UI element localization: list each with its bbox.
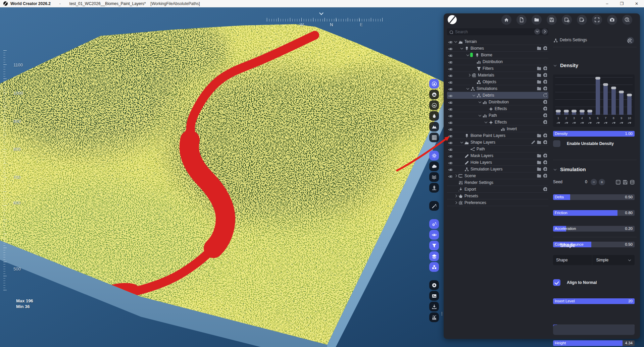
eye-icon[interactable] [627,120,632,123]
toolbar-drag-handle[interactable]: ••• [441,312,442,316]
eye-icon[interactable] [448,160,453,165]
tree-row-materials[interactable]: Materials [447,72,548,79]
unstable-density-checkbox[interactable] [553,140,560,147]
eye-icon[interactable] [448,106,453,111]
add-icon[interactable] [543,187,547,191]
add-icon[interactable] [543,160,547,164]
tree-row-shape-layers[interactable]: Shape Layers [447,139,548,146]
tree-row-effects[interactable]: Effects [447,105,548,112]
add-icon[interactable] [543,106,547,110]
eye-icon[interactable] [564,120,569,123]
erosion-drop-button[interactable] [429,111,439,121]
eye-icon[interactable] [448,133,453,138]
gears-settings-button[interactable] [429,219,439,229]
height-slider[interactable]: Height 4.34 [553,340,635,346]
add-icon[interactable] [543,140,547,144]
objects-cubes-button[interactable] [429,262,439,272]
magic-wand-button[interactable] [429,201,439,211]
chevron-right-icon[interactable] [454,194,458,198]
tree-row-render-settings[interactable]: Render Settings [447,179,548,186]
eye-icon[interactable] [619,120,624,123]
tree-row-debris-distribution[interactable]: Distribution [447,99,548,105]
tree-row-presets[interactable]: Presets [447,193,548,199]
chevron-down-icon[interactable] [466,53,470,57]
folder-icon[interactable] [537,173,541,178]
add-icon[interactable] [543,72,547,77]
terrain-view-button[interactable] [429,79,439,89]
tree-row-debris[interactable]: Debris [447,92,548,99]
eye-icon[interactable] [448,73,453,78]
folder-icon[interactable] [537,66,541,70]
seed-plus-button[interactable]: + [599,179,605,185]
eye-icon[interactable] [448,66,453,71]
folder-icon[interactable] [537,86,541,90]
tree-row-shape-path[interactable]: Path [447,146,548,152]
chevron-down-icon[interactable] [454,40,458,44]
dice-random-icon[interactable] [615,180,621,185]
eye-icon[interactable] [448,53,453,57]
tree-row-simulation-layers[interactable]: Simulation Layers [447,166,548,172]
add-icon[interactable] [543,153,547,157]
save-button[interactable] [547,15,557,25]
chevron-right-icon[interactable] [467,73,472,77]
eye-icon[interactable] [448,113,453,118]
new-file-button[interactable] [516,15,527,25]
home-button[interactable] [501,15,511,25]
histogram-slider[interactable] [572,77,577,115]
add-icon[interactable] [543,99,547,104]
visibility-eye-button[interactable] [429,230,439,240]
folder-icon[interactable] [537,133,541,137]
save-add-button[interactable] [562,15,572,25]
tree-row-terrain[interactable]: Terrain [447,38,548,45]
chevron-down-icon[interactable] [478,100,482,104]
simulation-section-header[interactable]: Simulation [553,166,586,172]
histogram-slider[interactable] [595,77,600,115]
grid-view-button[interactable] [429,133,439,142]
density-section-header[interactable]: Density [553,62,578,68]
compass-bar[interactable]: W N E [267,12,383,28]
eye-icon[interactable] [448,120,453,125]
tree-row-biomes[interactable]: Biomes [447,45,548,52]
tree-row-scene[interactable]: Scene [447,172,548,179]
seed-value[interactable]: 0 [577,180,587,184]
water-waves-button[interactable] [429,172,439,182]
stack-icon[interactable] [630,180,635,185]
eye-icon[interactable] [595,120,600,123]
tree-row-hole-layers[interactable]: Hole Layers [447,159,548,166]
eye-icon[interactable] [448,100,453,104]
eye-icon[interactable] [448,153,453,158]
camera-button[interactable] [607,15,617,25]
seed-minus-button[interactable]: − [591,179,597,185]
eye-icon[interactable] [448,59,453,64]
tree-row-distribution[interactable]: Distribution [447,58,548,65]
chevron-down-icon[interactable] [478,113,482,117]
chevron-down-icon[interactable] [466,87,470,91]
add-icon[interactable] [543,79,547,84]
add-icon[interactable] [543,166,547,171]
close-button[interactable]: ✕ [629,0,644,7]
histogram-slider[interactable] [603,77,608,115]
image-capture-button[interactable] [429,291,439,301]
mountain-view-button[interactable] [429,90,439,99]
shape-dropdown[interactable]: Shape Simple [553,255,635,265]
eye-icon[interactable] [580,120,585,123]
folder-icon[interactable] [537,153,541,157]
save-edit-button[interactable] [577,15,587,25]
pencil-icon[interactable] [531,140,535,144]
tree-row-path[interactable]: Path [447,112,548,119]
add-icon[interactable] [543,46,547,50]
add-icon[interactable] [543,119,547,124]
power-toggle-button[interactable] [627,37,634,44]
tree-row-mask-layers[interactable]: Mask Layers [447,152,548,159]
eye-icon[interactable] [448,174,453,178]
folder-icon[interactable] [537,160,541,164]
add-icon[interactable] [543,66,547,70]
minimize-button[interactable]: – [600,0,614,7]
mountain-tool-button[interactable] [429,122,439,132]
port-dock-button[interactable] [429,183,439,193]
shape-section-header[interactable]: Shape [553,242,575,248]
tree-row-biome[interactable]: Biome [447,52,548,58]
eye-icon[interactable] [448,167,453,171]
tree-row-effects2[interactable]: Effects [447,119,548,126]
search-bar[interactable] [447,28,548,35]
